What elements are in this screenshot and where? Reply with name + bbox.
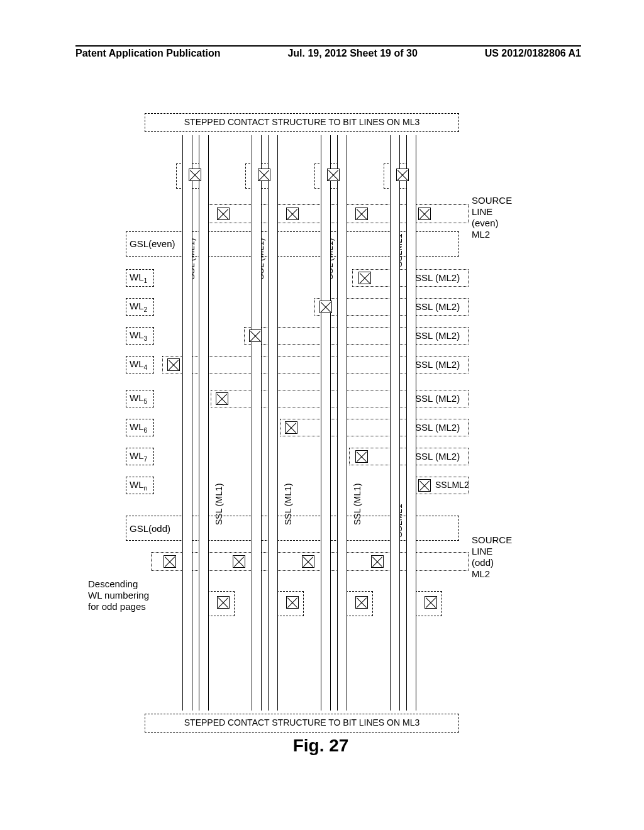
contact-icon	[164, 555, 176, 568]
contact-icon	[396, 169, 409, 181]
diagram: STEPPED CONTACT STRUCTURE TO BIT LINES O…	[69, 101, 572, 761]
vstrip	[252, 135, 262, 711]
contact-icon	[355, 208, 368, 220]
contact-icon	[233, 555, 245, 568]
contact-icon	[319, 301, 332, 313]
top-band: STEPPED CONTACT STRUCTURE TO BIT LINES O…	[145, 113, 459, 132]
vstrip	[406, 135, 416, 711]
contact-icon	[371, 555, 384, 568]
vstrip	[337, 135, 347, 711]
contact-icon	[217, 596, 230, 609]
label-ssl-ml2: SSL (ML2)	[415, 422, 460, 433]
header-left: Patent Application Publication	[75, 48, 221, 59]
label-source-odd: ML2	[472, 568, 490, 579]
contact-icon	[249, 329, 262, 342]
contact-icon	[217, 208, 230, 220]
vstrip	[321, 135, 331, 711]
label-ssl-ml2: SSLML2	[435, 480, 469, 490]
vstrip	[199, 135, 209, 711]
vstrip	[268, 135, 278, 711]
bottom-band: STEPPED CONTACT STRUCTURE TO BIT LINES O…	[145, 714, 459, 733]
label-ssl-ml2: SSL (ML2)	[415, 359, 460, 370]
label-wl4: WL4	[130, 358, 147, 371]
figure-number: Fig. 27	[69, 736, 572, 756]
contact-icon	[216, 392, 228, 405]
label-source-even: LINE	[472, 206, 492, 217]
contact-icon	[355, 450, 368, 463]
header-right: US 2012/0182806 A1	[485, 48, 581, 59]
label-ssl-ml2: SSL (ML2)	[415, 301, 460, 312]
contact-icon	[189, 169, 201, 181]
label-source-even: ML2	[472, 229, 490, 240]
label-ssl-ml2: SSL (ML2)	[415, 330, 460, 341]
contact-icon	[302, 555, 314, 568]
vstrip	[390, 135, 400, 711]
contact-icon	[358, 272, 371, 284]
label-wl7: WL7	[130, 450, 147, 463]
contact-icon	[418, 208, 431, 220]
label-wln: WLn	[130, 479, 147, 492]
contact-icon	[286, 596, 299, 609]
label-source-odd: (odd)	[472, 557, 494, 568]
label-desc: for odd pages	[88, 601, 146, 612]
label-gsl-odd: GSL(odd)	[130, 523, 170, 534]
label-gsl-even: GSL(even)	[130, 238, 175, 249]
label-ssl-ml2: SSL (ML2)	[415, 393, 460, 404]
label-desc: Descending	[88, 578, 138, 589]
label-wl1: WL1	[130, 272, 147, 284]
contact-icon	[286, 208, 299, 220]
label-wl3: WL3	[130, 329, 147, 342]
label-ssl-ml2: SSL (ML2)	[415, 451, 460, 462]
label-source-odd: LINE	[472, 546, 492, 556]
label-source-odd: SOURCE	[472, 534, 512, 545]
contact-icon	[355, 596, 368, 609]
contact-icon	[425, 596, 437, 609]
label-wl6: WL6	[130, 421, 147, 434]
header-mid: Jul. 19, 2012 Sheet 19 of 30	[287, 48, 417, 59]
label-ssl-ml2: SSL (ML2)	[415, 272, 460, 283]
label-wl5: WL5	[130, 392, 147, 405]
contact-icon	[327, 169, 340, 181]
label-source-even: (even)	[472, 218, 499, 228]
contact-icon	[167, 358, 180, 371]
contact-icon	[258, 169, 270, 181]
contact-icon	[285, 421, 297, 434]
contact-icon	[418, 479, 431, 492]
vstrip	[182, 135, 192, 711]
label-wl2: WL2	[130, 301, 147, 313]
label-source-even: SOURCE	[472, 195, 512, 206]
label-desc: WL numbering	[88, 590, 149, 600]
